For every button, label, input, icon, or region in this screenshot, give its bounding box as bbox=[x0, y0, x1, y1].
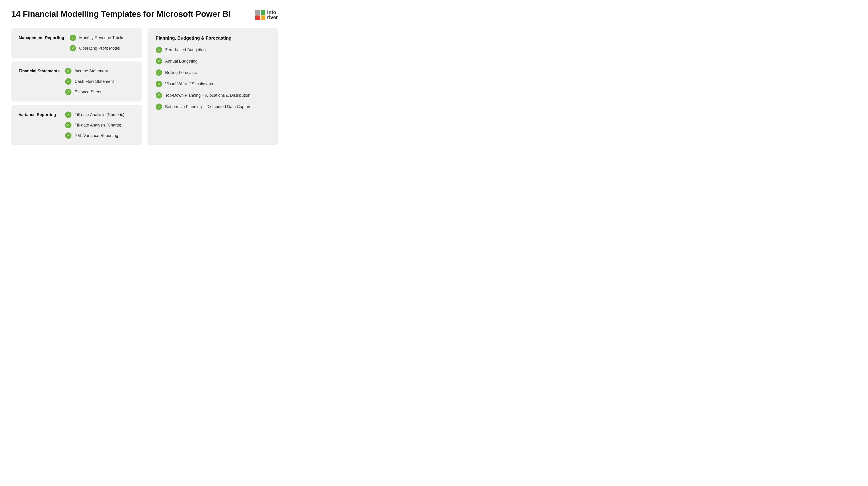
item-label: Cash Flow Statement bbox=[75, 79, 114, 84]
right-section-title: Planning, Budgeting & Forecasting bbox=[156, 35, 270, 41]
card-financial-statements: Financial StatementsIncome StatementCash… bbox=[11, 61, 142, 101]
checkmark-icon bbox=[65, 89, 71, 95]
left-column: Management ReportingMonthly Revenue Trac… bbox=[11, 28, 142, 145]
list-item: Top-Down Planning – Allocations & Distri… bbox=[156, 92, 270, 99]
item-label: Balance Sheet bbox=[75, 90, 101, 94]
item-label: Annual Budgeting bbox=[165, 59, 197, 64]
item-label: Monthly Revenue Tracker bbox=[79, 35, 126, 40]
list-item: Operating Profit Model bbox=[70, 45, 134, 52]
item-label: Visual What-If Simulations bbox=[165, 82, 213, 87]
item-label: Bottom-Up Planning – Distributed Data Ca… bbox=[165, 104, 252, 109]
card-items-financial-statements: Income StatementCash Flow StatementBalan… bbox=[65, 68, 134, 95]
logo-cell-1 bbox=[255, 10, 260, 15]
checkmark-icon bbox=[156, 46, 162, 53]
list-item: Monthly Revenue Tracker bbox=[70, 35, 134, 41]
item-label: P&L Variance Reporting bbox=[75, 133, 118, 138]
list-item: Income Statement bbox=[65, 68, 134, 74]
checkmark-icon bbox=[156, 69, 162, 76]
item-label: Rolling Forecasts bbox=[165, 70, 197, 75]
item-label: Top-Down Planning – Allocations & Distri… bbox=[165, 93, 250, 98]
list-item: Zero-based Budgeting bbox=[156, 46, 270, 53]
card-items-management-reporting: Monthly Revenue TrackerOperating Profit … bbox=[70, 35, 134, 52]
right-column: Planning, Budgeting & Forecasting Zero-b… bbox=[148, 28, 278, 145]
item-label: Till-date Analysis (Charts) bbox=[75, 123, 121, 128]
checkmark-icon bbox=[65, 68, 71, 74]
logo-text: info river bbox=[267, 10, 278, 20]
page-header: 14 Financial Modelling Templates for Mic… bbox=[11, 9, 278, 20]
checkmark-icon bbox=[65, 78, 71, 85]
card-label-financial-statements: Financial Statements bbox=[19, 68, 60, 73]
checkmark-icon bbox=[156, 58, 162, 64]
checkmark-icon bbox=[156, 81, 162, 87]
checkmark-icon bbox=[70, 35, 76, 41]
list-item: Visual What-If Simulations bbox=[156, 81, 270, 87]
checkmark-icon bbox=[65, 122, 71, 128]
logo-cell-4 bbox=[261, 15, 266, 20]
card-management-reporting: Management ReportingMonthly Revenue Trac… bbox=[11, 28, 142, 58]
card-items-variance-reporting: Till-date Analysis (Numeric)Till-date An… bbox=[65, 111, 135, 139]
card-label-management-reporting: Management Reporting bbox=[19, 35, 64, 40]
checkmark-icon bbox=[70, 45, 76, 52]
logo-cell-3 bbox=[255, 15, 260, 20]
checkmark-icon bbox=[156, 92, 162, 99]
logo-grid bbox=[255, 10, 265, 20]
card-label-variance-reporting: Variance Reporting bbox=[19, 111, 60, 117]
list-item: Annual Budgeting bbox=[156, 58, 270, 64]
right-section-items: Zero-based BudgetingAnnual BudgetingRoll… bbox=[156, 46, 270, 110]
list-item: Bottom-Up Planning – Distributed Data Ca… bbox=[156, 103, 270, 110]
logo: info river bbox=[255, 10, 278, 20]
item-label: Zero-based Budgeting bbox=[165, 47, 206, 52]
list-item: Balance Sheet bbox=[65, 89, 134, 95]
list-item: Till-date Analysis (Charts) bbox=[65, 122, 135, 128]
checkmark-icon bbox=[65, 132, 71, 139]
list-item: Rolling Forecasts bbox=[156, 69, 270, 76]
item-label: Income Statement bbox=[75, 69, 108, 73]
list-item: Till-date Analysis (Numeric) bbox=[65, 111, 135, 118]
list-item: Cash Flow Statement bbox=[65, 78, 134, 85]
checkmark-icon bbox=[156, 103, 162, 110]
logo-cell-2 bbox=[261, 10, 266, 15]
main-content: Management ReportingMonthly Revenue Trac… bbox=[11, 28, 278, 145]
item-label: Operating Profit Model bbox=[79, 46, 120, 51]
page-title: 14 Financial Modelling Templates for Mic… bbox=[11, 9, 231, 19]
item-label: Till-date Analysis (Numeric) bbox=[75, 112, 124, 117]
card-variance-reporting: Variance ReportingTill-date Analysis (Nu… bbox=[11, 105, 142, 145]
checkmark-icon bbox=[65, 111, 71, 118]
list-item: P&L Variance Reporting bbox=[65, 132, 135, 139]
